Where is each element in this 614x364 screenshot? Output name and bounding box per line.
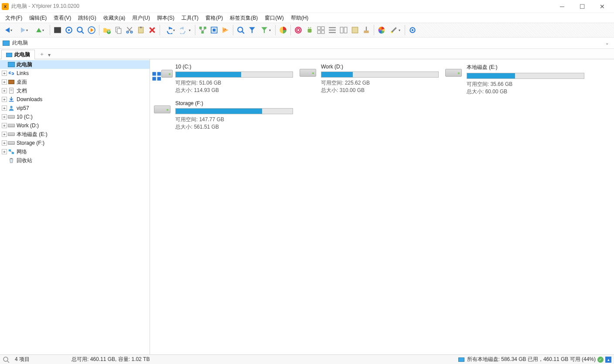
menu-tabsets[interactable]: 标签页集(B) [226,14,261,23]
target-button[interactable] [63,24,75,36]
addressbar[interactable]: 此电脑 ⌄ [0,37,614,49]
expand-icon[interactable]: + [2,71,7,76]
clean-button[interactable] [361,24,372,36]
expand-icon[interactable]: + [2,79,7,85]
filter-button[interactable] [246,24,258,36]
target-icon [65,26,73,34]
dualpane-button[interactable] [338,24,349,36]
tab-thispc[interactable]: 此电脑 [1,50,35,59]
highlight-button[interactable] [387,24,403,36]
expand-icon[interactable]: + [2,132,7,137]
separator [99,25,99,35]
color-button[interactable] [376,24,387,36]
new-tab-button[interactable]: ＋ [38,50,46,59]
delete-button[interactable] [147,24,158,36]
tree-node-11[interactable]: 回收站 [0,156,150,165]
status-ok-icon[interactable]: ✓ [597,357,604,363]
content-panel[interactable]: 10 (C:) 可用空间: 51.06 GB 总大小: 114.93 GB Wo… [150,59,614,354]
zoom-icon [237,26,245,34]
menu-go[interactable]: 跳转(G) [75,14,99,23]
svg-point-2 [68,29,70,31]
expand-icon[interactable]: + [2,97,7,102]
expand-icon[interactable]: + [2,140,7,146]
svg-point-29 [225,29,226,30]
new-folder-button[interactable]: + [101,24,113,36]
tree-node-9[interactable]: +Storage (F:) [0,139,150,147]
tree-node-4[interactable]: +Downloads [0,95,150,104]
svg-rect-47 [340,27,343,33]
svg-point-36 [297,29,300,32]
spiral-button[interactable] [293,24,304,36]
tree-node-8[interactable]: +本地磁盘 (E:) [0,130,150,139]
tree-node-6[interactable]: +10 (C:) [0,112,150,121]
drive-item-2[interactable]: 本地磁盘 (E:) 可用空间: 35.66 GB 总大小: 60.00 GB [443,64,587,96]
menu-user[interactable]: 用户(U) [129,14,154,23]
copy-button[interactable] [113,24,124,36]
zoom-button[interactable] [235,24,246,36]
pizza-button[interactable] [220,24,231,36]
redo-button[interactable] [177,24,193,36]
menu-favorites[interactable]: 收藏夹(a) [100,14,129,23]
menu-file[interactable]: 文件(F) [2,14,26,23]
drive-item-3[interactable]: Storage (F:) 可用空间: 147.77 GB 总大小: 561.51… [152,100,296,133]
cut-button[interactable] [124,24,135,36]
singlepane-button[interactable] [349,24,361,36]
select-button[interactable] [208,24,220,36]
drive-free: 可用空间: 225.62 GB [321,79,439,87]
minimize-button[interactable]: ─ [552,0,572,13]
tab-dropdown-button[interactable]: ▾ [46,51,52,59]
usage-bar [175,108,293,114]
paste-button[interactable] [135,24,147,36]
tree-label: Downloads [17,96,42,102]
svg-rect-48 [344,27,347,33]
tree-node-10[interactable]: +网络 [0,147,150,156]
tree-button[interactable] [197,24,208,36]
menu-tools[interactable]: 工具(T) [178,14,202,23]
tree-node-1[interactable]: +Links [0,69,150,78]
menu-window[interactable]: 窗口(W) [261,14,287,23]
tree-node-7[interactable]: +Work (D:) [0,121,150,130]
search-icon[interactable] [3,356,10,363]
maximize-button[interactable]: ☐ [572,0,592,13]
tree-node-2[interactable]: +桌面 [0,78,150,86]
filter-green-button[interactable] [258,24,273,36]
menu-script[interactable]: 脚本(S) [154,14,178,23]
address-dropdown-icon[interactable]: ⌄ [603,40,611,46]
expand-icon[interactable]: + [2,105,7,111]
recycle-icon [8,157,15,164]
expand-icon[interactable]: + [2,114,7,119]
menu-view[interactable]: 查看(V) [50,14,75,23]
grid-button[interactable] [315,24,327,36]
drive-item-1[interactable]: Work (D:) 可用空间: 225.62 GB 总大小: 310.00 GB [297,64,441,96]
search-button[interactable] [75,24,86,36]
tree-panel[interactable]: 此电脑+Links+桌面+文档+Downloads+vip57+10 (C:)+… [0,59,150,354]
nav-back-button[interactable] [1,24,17,36]
menu-panes[interactable]: 窗格(P) [202,14,226,23]
menu-help[interactable]: 帮助(H) [287,14,312,23]
tree-node-5[interactable]: +vip57 [0,104,150,112]
nav-up-button[interactable] [32,24,48,36]
menu-edit[interactable]: 编辑(E) [26,14,50,23]
terminal-button[interactable] [52,24,63,36]
tree-node-0[interactable]: 此电脑 [0,60,150,69]
status-up-icon[interactable]: ▴ [605,357,611,363]
drive-item-0[interactable]: 10 (C:) 可用空间: 51.06 GB 总大小: 114.93 GB [152,64,296,96]
usage-bar [321,71,439,78]
windows-icon [152,69,161,84]
close-button[interactable]: ✕ [592,0,612,13]
settings-button[interactable] [407,24,418,36]
nav-forward-button[interactable] [17,24,32,36]
expand-icon[interactable]: + [2,123,7,128]
status-disks: 所有本地磁盘: 586.34 GB 已用，460.11 GB 可用 (44%) [467,356,596,363]
svg-rect-50 [364,31,368,33]
play-button[interactable] [86,24,97,36]
undo-button[interactable] [162,24,177,36]
tree-node-3[interactable]: +文档 [0,86,150,95]
tree-label: 桌面 [17,78,27,86]
expand-icon[interactable]: + [2,88,7,93]
details-button[interactable] [327,24,338,36]
chart-button[interactable] [277,24,289,36]
android-button[interactable] [304,24,315,36]
expand-icon[interactable]: + [2,149,7,154]
hdd-icon [154,105,171,113]
